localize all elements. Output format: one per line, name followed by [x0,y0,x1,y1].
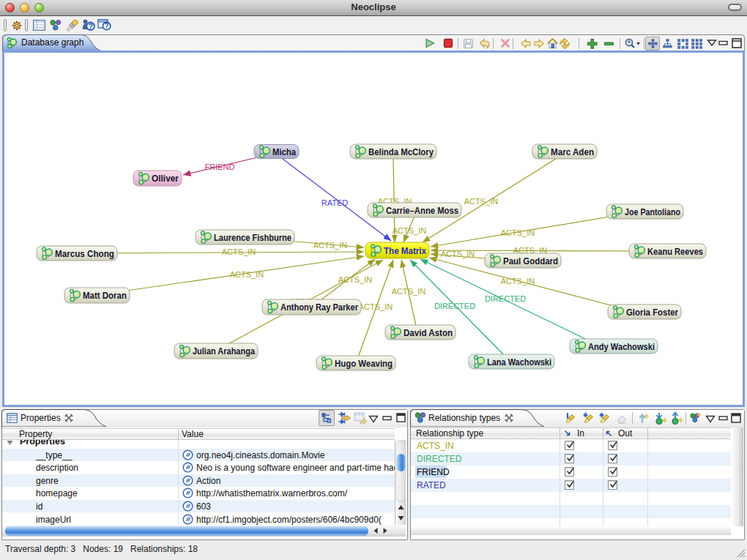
svg-text:ACTS_IN: ACTS_IN [441,250,475,258]
svg-text:Carrie–Anne Moss: Carrie–Anne Moss [386,206,458,216]
svg-text:DIRECTED: DIRECTED [485,294,526,303]
svg-text:Matt Doran: Matt Doran [83,291,127,301]
svg-text:Laurence Fishburne: Laurence Fishburne [214,233,291,243]
svg-text:ACTS_IN: ACTS_IN [393,226,427,235]
svg-text:ACTS_IN: ACTS_IN [501,228,535,237]
svg-text:Belinda McClory: Belinda McClory [368,147,434,157]
svg-text:ACTS_IN: ACTS_IN [392,287,426,296]
svg-text:Paul Goddard: Paul Goddard [503,256,558,266]
svg-text:Lana Wachowski: Lana Wachowski [487,357,551,367]
svg-text:FRIEND: FRIEND [205,163,235,171]
svg-text:David Aston: David Aston [404,328,453,338]
svg-text:Julian Arahanga: Julian Arahanga [193,346,255,356]
svg-text:?: ? [105,22,109,30]
svg-text:ACTS_IN: ACTS_IN [338,275,373,284]
svg-text:?: ? [88,22,92,31]
svg-text:Keanu Reeves: Keanu Reeves [647,247,703,257]
svg-text:ACTS_IN: ACTS_IN [464,197,499,206]
svg-text:RATED: RATED [322,198,349,207]
svg-text:Joe Pantoliano: Joe Pantoliano [625,207,680,217]
svg-text:Marcus Chong: Marcus Chong [55,249,114,259]
svg-text:Marc Aden: Marc Aden [551,147,594,157]
svg-text:ACTS_IN: ACTS_IN [313,241,348,250]
svg-text:Hugo Weaving: Hugo Weaving [335,359,393,369]
svg-text:Andy Wachowski: Andy Wachowski [588,342,655,352]
svg-text:The Matrix: The Matrix [384,246,426,256]
svg-text:DIRECTED: DIRECTED [434,302,475,310]
svg-text:ACTS_IN: ACTS_IN [501,277,535,285]
svg-text:ACTS_IN: ACTS_IN [359,302,393,311]
svg-text:Olliver: Olliver [152,173,179,184]
svg-text:Micha: Micha [272,147,296,157]
svg-text:ACTS_IN: ACTS_IN [230,270,264,279]
svg-text:ACTS_IN: ACTS_IN [222,247,256,256]
svg-text:Anthony Ray Parker: Anthony Ray Parker [280,302,358,313]
svg-text:Gloria Foster: Gloria Foster [626,307,678,318]
